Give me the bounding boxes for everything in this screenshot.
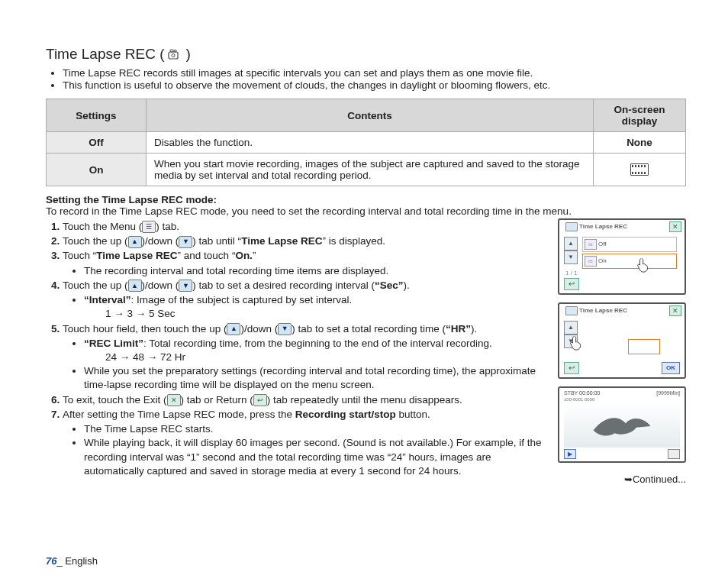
intro-item: This function is useful to observe the m…	[63, 79, 686, 91]
step-2: Touch the up (▲)/down (▼) tab until “Tim…	[63, 234, 547, 248]
return-icon: ↩	[564, 362, 579, 374]
step-5: Touch hour field, then touch the up (▲)/…	[63, 322, 547, 393]
down-icon: ▼	[179, 280, 192, 292]
page-footer: 76_ English	[46, 555, 98, 567]
camcorder-icon	[168, 49, 183, 60]
scroll-up-icon: ▲	[564, 321, 578, 335]
scroll-up-icon: ▲	[564, 237, 578, 250]
continued-label: ➥Continued...	[558, 473, 686, 485]
svg-rect-3	[174, 50, 176, 52]
title-text: Time Lapse REC (	[46, 46, 165, 63]
page-number: 76	[46, 555, 56, 567]
cell-content: When you start movie recording, images o…	[147, 154, 594, 186]
manual-page: Time Lapse REC ( ) Time Lapse REC record…	[0, 0, 728, 508]
svg-rect-2	[170, 50, 173, 52]
steps-list: Touch the Menu (☰) tab. Touch the up (▲)…	[46, 220, 547, 478]
step-7: After setting the Time Lapse REC mode, p…	[63, 408, 547, 478]
th-settings: Settings	[47, 99, 147, 132]
screen-title: Time Lapse REC	[579, 307, 627, 314]
cell-display: None	[594, 132, 686, 154]
step-4-sub: “Interval”: Image of the subject is capt…	[84, 293, 547, 321]
step-7-sub2: While playing back, it will display 60 i…	[84, 436, 547, 478]
section-title: Time Lapse REC ( )	[46, 46, 686, 63]
title-close: )	[186, 46, 191, 63]
step-5-seq: 24 → 48 → 72 Hr	[105, 351, 547, 364]
menu-item-on: ▭ On	[582, 254, 677, 269]
menu-icon	[668, 449, 680, 459]
intro-item: Time Lapse REC records still images at s…	[63, 67, 686, 79]
selection-box	[628, 339, 660, 354]
camcorder-icon	[565, 222, 578, 231]
step-3: Touch “Time Lapse REC” and touch “On.” T…	[63, 249, 547, 277]
page-language: English	[65, 555, 98, 567]
cell-display-icon	[594, 154, 686, 186]
close-icon: ✕	[669, 221, 681, 232]
step-4: Touch the up (▲)/down (▼) tab to set a d…	[63, 279, 547, 322]
table-row: Off Disables the function. None	[47, 132, 686, 154]
film-icon	[630, 163, 649, 176]
step-7-sub1: The Time Lapse REC starts.	[84, 422, 547, 436]
intro-list: Time Lapse REC records still images at s…	[46, 67, 686, 91]
play-icon: ▶	[564, 449, 576, 459]
up-icon: ▲	[227, 323, 240, 335]
screen-menu-1: Time Lapse REC ✕ ▲ ▼ ▭ Off ▭ On 1 / 1 ↩	[558, 218, 686, 295]
film-icon: ▭	[585, 239, 597, 250]
pager: 1 / 1	[565, 270, 578, 276]
screenshots-column: Time Lapse REC ✕ ▲ ▼ ▭ Off ▭ On 1 / 1 ↩ …	[558, 218, 686, 485]
up-icon: ▲	[128, 280, 142, 292]
table-row: On When you start movie recording, image…	[47, 154, 686, 186]
setting-mode-heading: Setting the Time Lapse REC mode:	[46, 194, 686, 205]
th-contents: Contents	[147, 99, 594, 132]
step-1: Touch the Menu (☰) tab.	[63, 220, 547, 234]
step-5-note: While you set the preparatory settings (…	[84, 364, 547, 392]
cell-setting: Off	[47, 132, 147, 154]
screen-recording: STBY 00:00:00 [9999Min] 100-0001 0000 ▶	[558, 386, 686, 463]
preview-image	[564, 402, 680, 448]
menu-icon: ☰	[142, 221, 156, 233]
step-6: To exit, touch the Exit (✕) tab or Retur…	[63, 393, 547, 407]
return-icon: ↩	[253, 394, 267, 406]
setting-mode-intro: To record in the Time Lapse REC mode, yo…	[46, 205, 686, 217]
return-icon: ↩	[564, 278, 579, 290]
exit-icon: ✕	[167, 394, 181, 406]
status-stby: STBY 00:00:00	[564, 390, 600, 396]
up-icon: ▲	[128, 236, 142, 248]
screen-title: Time Lapse REC	[579, 223, 627, 230]
down-icon: ▼	[179, 236, 192, 248]
step-5-sub: “REC Limit”: Total recording time, from …	[84, 337, 547, 364]
camcorder-icon	[565, 306, 578, 315]
film-icon: ▭	[585, 256, 597, 267]
steps-column: Touch the Menu (☰) tab. Touch the up (▲)…	[46, 217, 547, 479]
hand-pointer-icon	[636, 257, 652, 273]
bird-icon	[564, 402, 680, 448]
status-min: [9999Min]	[656, 390, 680, 396]
settings-table: Settings Contents On-screen display Off …	[46, 99, 686, 186]
th-display: On-screen display	[594, 99, 686, 132]
ok-button: OK	[662, 362, 680, 374]
svg-point-1	[172, 53, 175, 57]
scroll-down-icon: ▼	[564, 250, 578, 264]
menu-item-off: ▭ Off	[582, 237, 677, 252]
screen-menu-2: Time Lapse REC ✕ ▲ ▼ ↩ OK	[558, 302, 686, 379]
cell-setting: On	[47, 154, 147, 186]
cell-content: Disables the function.	[147, 132, 594, 154]
hand-pointer-icon	[569, 335, 585, 351]
step-3-sub: The recording interval and total recordi…	[84, 264, 547, 278]
step-4-seq: 1 → 3 → 5 Sec	[105, 307, 547, 321]
svg-rect-0	[169, 52, 178, 59]
down-icon: ▼	[278, 323, 292, 335]
close-icon: ✕	[669, 305, 681, 316]
